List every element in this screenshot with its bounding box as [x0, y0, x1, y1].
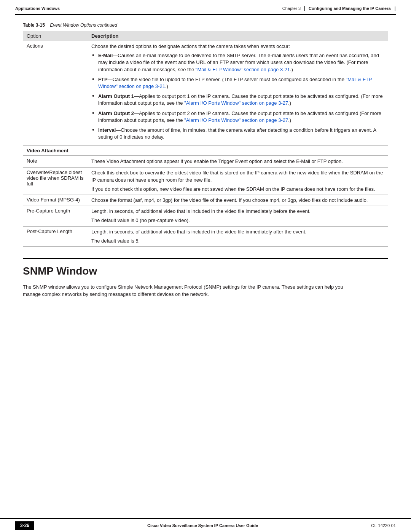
video-attachment-row: Video Attachment [23, 146, 388, 156]
note-text: These Video Attachment options appear if… [88, 156, 388, 168]
header-right: Chapter 3 Configuring and Managing the I… [282, 5, 396, 11]
bullet-list-actions: E-Mail—Causes an e-mail message to be de… [91, 52, 384, 141]
option-video-format: Video Format (MPSG-4) [23, 195, 88, 206]
bullet-alarm1: Alarm Output 1—Applies to output port 1 … [91, 93, 384, 107]
table-caption: Table 3-15 Event Window Options continue… [23, 22, 388, 28]
bullet-interval: Interval—Choose the amount of time, in m… [91, 127, 384, 141]
footer-right-text: OL-14220-01 [371, 523, 396, 528]
desc-video-format: Choose the format (asf, mp4, or 3gp) for… [88, 195, 388, 206]
bullet-ftp-label: FTP [98, 77, 108, 82]
pre-capture-desc-2: The default value is 0 (no pre-capture v… [91, 217, 384, 224]
main-content: Table 3-15 Event Window Options continue… [0, 15, 411, 306]
option-pre-capture: Pre-Capture Length [23, 206, 88, 226]
snmp-title: SNMP Window [23, 265, 388, 277]
page-footer: 3-26 Cisco Video Surveillance System IP … [0, 518, 411, 532]
table-row-pre-capture: Pre-Capture Length Length, in seconds, o… [23, 206, 388, 226]
table-number: Table 3-15 [23, 22, 45, 28]
bullet-email-label: E-Mail [98, 53, 113, 58]
option-actions: Actions [23, 41, 88, 146]
overwrite-desc-1: Check this check box to overwrite the ol… [91, 169, 384, 183]
bullet-interval-text: —Choose the amount of time, in minutes, … [98, 127, 376, 140]
page-header: Applications Windows Chapter 3 Configuri… [0, 0, 411, 14]
snmp-section: SNMP Window The SNMP window allows you t… [23, 258, 388, 298]
table-row-video-format: Video Format (MPSG-4) Choose the format … [23, 195, 388, 206]
desc-overwrite: Check this check box to overwrite the ol… [88, 168, 388, 195]
header-chapter: Chapter 3 [282, 6, 301, 11]
desc-actions: Choose the desired options to designate … [88, 41, 388, 146]
desc-pre-capture: Length, in seconds, of additional video … [88, 206, 388, 226]
bullet-interval-label: Interval [98, 127, 116, 133]
col-header-desc: Description [88, 31, 388, 41]
link-alarm-io-1[interactable]: "Alarm I/O Ports Window" section on page… [184, 100, 288, 106]
footer-center-text: Cisco Video Surveillance System IP Camer… [34, 523, 371, 528]
note-row: Note These Video Attachment options appe… [23, 156, 388, 168]
header-pipe: | [395, 5, 396, 11]
header-title: Configuring and Managing the IP Camera [309, 6, 391, 11]
header-divider [304, 6, 305, 11]
option-overwrite: Overwrite/Replace oldest video file when… [23, 168, 88, 195]
table-title: Event Window Options continued [50, 22, 117, 28]
bullet-alarm2-label: Alarm Output 2 [98, 110, 134, 116]
bullet-ftp-text: —Causes the video file to upload to the … [108, 77, 346, 82]
link-mail-ftp-1[interactable]: "Mail & FTP Window" section on page 3-21 [196, 67, 290, 72]
table-row-post-capture: Post-Capture Length Length, in seconds, … [23, 226, 388, 246]
desc-post-capture: Length, in seconds, of additional video … [88, 226, 388, 246]
note-label: Note [23, 156, 88, 168]
page-number: 3-26 [15, 521, 34, 530]
video-attachment-header: Video Attachment [23, 146, 388, 156]
option-post-capture: Post-Capture Length [23, 226, 88, 246]
page-container: Applications Windows Chapter 3 Configuri… [0, 0, 411, 532]
bullet-email: E-Mail—Causes an e-mail message to be de… [91, 52, 384, 73]
table-row-actions: Actions Choose the desired options to de… [23, 41, 388, 146]
header-left-label: Applications Windows [15, 6, 60, 11]
bullet-ftp: FTP—Causes the video file to upload to t… [91, 76, 384, 90]
post-capture-desc-1: Length, in seconds, of additional video … [91, 228, 384, 235]
link-alarm-io-2[interactable]: "Alarm I/O Ports Window" section on page… [184, 117, 288, 123]
actions-intro: Choose the desired options to designate … [91, 43, 384, 50]
overwrite-desc-2: If you do not check this option, new vid… [91, 186, 384, 193]
bullet-alarm1-label: Alarm Output 1 [98, 93, 134, 99]
snmp-body: The SNMP window allows you to configure … [23, 283, 350, 298]
options-table: Option Description Actions Choose the de… [23, 31, 388, 247]
post-capture-desc-2: The default value is 5. [91, 238, 384, 244]
bullet-alarm2: Alarm Output 2—Applies to output port 2 … [91, 110, 384, 124]
col-header-option: Option [23, 31, 88, 41]
pre-capture-desc-1: Length, in seconds, of additional video … [91, 208, 384, 215]
table-row-overwrite: Overwrite/Replace oldest video file when… [23, 168, 388, 195]
